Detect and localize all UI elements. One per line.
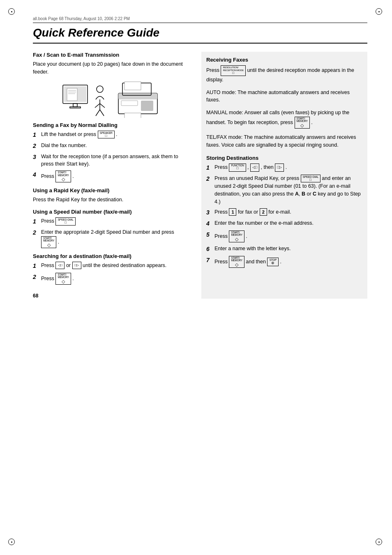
step-item: 5 Press START/MEMORY ◇ . (206, 230, 362, 242)
rapid-key-body: Press the Rapid Key for the destination. (33, 196, 189, 204)
section-storing-destinations: Storing Destinations 1 Press FUNCTION □ … (206, 155, 362, 268)
number-1-button: 1 (229, 208, 236, 216)
step-item: 2 Enter the appropriate 2-digit Speed Di… (33, 228, 189, 248)
step-item: 4 Enter the fax number or the e-mail add… (206, 219, 362, 228)
step-number: 6 (206, 245, 212, 253)
start-symbol: ◇ (62, 177, 65, 182)
section-normal-dialling: Sending a Fax by Normal Dialling 1 Lift … (33, 122, 189, 183)
step-content: Press ◁□ or □▷ until the desired destina… (41, 262, 189, 269)
step-number: 2 (33, 273, 39, 281)
receiving-faxes-body1: Press RESOLUTION/RECEPTION MODE □ until … (206, 65, 362, 84)
step-content: Dial the fax number. (41, 142, 189, 150)
svg-line-13 (100, 110, 104, 116)
step-item: 4 Press START/MEMORY ◇ . (33, 170, 189, 182)
step-content: Press FUNCTION □ , ◁□ , then □▷ . (214, 164, 362, 172)
step-number: 1 (33, 217, 39, 226)
start-symbol5: ◇ (235, 262, 238, 267)
step-item: 2 Press START/MEMORY ◇ . (33, 273, 189, 285)
step-number: 4 (206, 219, 212, 228)
function-button-icon: FUNCTION □ (229, 164, 246, 172)
start-symbol2: ◇ (47, 242, 51, 247)
page-number: 68 (33, 293, 189, 299)
step-number: 2 (33, 228, 39, 237)
step-content: Enter the fax number or the e-mail addre… (214, 219, 362, 227)
svg-rect-2 (73, 104, 77, 107)
section-searching: Searching for a destination (fax/e-mail)… (33, 253, 189, 285)
rapid-key-left-icon: ◁□ (55, 262, 65, 269)
step-number: 3 (206, 208, 212, 217)
start-memory-label: START/MEMORY (58, 171, 69, 177)
section-receiving-faxes: Receiving Faxes Press RESOLUTION/RECEPTI… (206, 57, 362, 149)
resolution-symbol: □ (232, 71, 234, 75)
searching-title: Searching for a destination (fax/e-mail) (33, 253, 189, 259)
step-item: 3 Wait for the reception tone (if a pers… (33, 153, 189, 168)
storing-steps: 1 Press FUNCTION □ , ◁□ , then □▷ . (206, 164, 362, 268)
step-item: 6 Enter a name with the letter keys. (206, 245, 362, 253)
store-icon2: □▷ (275, 164, 284, 172)
page-title: Quick Reference Guide (33, 26, 367, 44)
step-content: Enter the appropriate 2-digit Speed Dial… (41, 228, 189, 248)
step-number: 4 (33, 170, 39, 179)
speed-dial-button-icon: SPEED DIAL □ (55, 217, 75, 226)
step-number: 7 (206, 256, 212, 265)
step-content: Press SPEED DIAL □ (41, 217, 189, 226)
svg-rect-20 (125, 113, 141, 118)
normal-dialling-steps: 1 Lift the handset or press SPEAKER □ . … (33, 131, 189, 183)
start-symbol4: ◇ (235, 237, 238, 242)
function-symbol: □ (237, 167, 239, 170)
reg-mark-bl (8, 539, 16, 547)
fax-illustration (33, 81, 189, 118)
speed-dial-steps: 1 Press SPEED DIAL □ 2 Enter the appr (33, 217, 189, 248)
start-memory-label3: START/MEMORY (58, 274, 69, 279)
step-number: 1 (33, 131, 39, 139)
receiving-faxes-auto: AUTO mode: The machine automatically ans… (206, 89, 362, 104)
step-item: 1 Press ◁□ or □▷ until the desired desti… (33, 262, 189, 270)
store-icon1: ◁□ (250, 164, 259, 172)
start-memory-label5: START/MEMORY (231, 257, 242, 262)
reg-mark-tr (376, 8, 384, 16)
svg-rect-3 (70, 107, 81, 108)
step-number: 5 (206, 230, 212, 239)
speed-dial-title: Using a Speed Dial number (fax/e-mail) (33, 209, 189, 215)
stop-symbol: ⊗ (271, 261, 274, 265)
step-content: Press START/MEMORY ◇ . (41, 170, 189, 182)
receiving-faxes-telfax: TEL/FAX mode: The machine automatically … (206, 134, 362, 149)
normal-dialling-title: Sending a Fax by Normal Dialling (33, 122, 189, 128)
searching-steps: 1 Press ◁□ or □▷ until the desired desti… (33, 262, 189, 285)
svg-rect-17 (125, 82, 141, 90)
section-fax-transmission: Fax / Scan to E-mail Transmission Place … (33, 52, 189, 118)
step-number: 2 (206, 175, 212, 183)
speaker-symbol: □ (105, 134, 107, 138)
svg-rect-19 (121, 101, 138, 106)
svg-point-8 (97, 86, 103, 92)
start-symbol-r: ◇ (300, 123, 304, 128)
step-number: 1 (206, 164, 212, 172)
step-content: Lift the handset or press SPEAKER □ . (41, 131, 189, 139)
fax-transmission-body: Place your document (up to 20 pages) fac… (33, 60, 189, 76)
step-content: Wait for the reception tone (if a person… (41, 153, 189, 168)
speaker-button-icon: SPEAKER □ (98, 131, 115, 139)
start-memory-button-icon: START/MEMORY ◇ (55, 170, 71, 182)
step-content: Press START/MEMORY ◇ and then STOP ⊗ . (214, 256, 362, 268)
step-number: 1 (33, 262, 39, 270)
speed-dial-button-icon2: SPEED DIAL □ (301, 175, 321, 183)
fax-machine-illustration (116, 81, 161, 118)
reg-mark-tl (8, 8, 16, 16)
start-memory-button-icon3: START/MEMORY ◇ (55, 273, 71, 285)
rapid-key-title: Using a Rapid Key (fax/e-mail) (33, 187, 189, 193)
svg-line-10 (95, 104, 100, 108)
step-item: 3 Press 1 for fax or 2 for e-mail. (206, 208, 362, 217)
section-rapid-key: Using a Rapid Key (fax/e-mail) Press the… (33, 187, 189, 204)
fax-transmission-title: Fax / Scan to E-mail Transmission (33, 52, 189, 58)
rapid-key-right-icon: □▷ (72, 262, 81, 269)
svg-rect-4 (67, 88, 77, 101)
step-item: 1 Press FUNCTION □ , ◁□ , then □▷ . (206, 164, 362, 172)
number-2-button: 2 (260, 208, 267, 216)
speed-dial-symbol2: □ (309, 178, 311, 182)
start-memory-button-icon2: START/MEMORY ◇ (41, 236, 56, 248)
step-item: 2 Press an unused Rapid Key, or press SP… (206, 175, 362, 206)
speed-dial-symbol: □ (65, 221, 67, 225)
receiving-faxes-manual: MANUAL mode: Answer all calls (even faxe… (206, 109, 362, 129)
computer-illustration (61, 81, 110, 118)
start-memory-label2: START/MEMORY (43, 237, 54, 242)
